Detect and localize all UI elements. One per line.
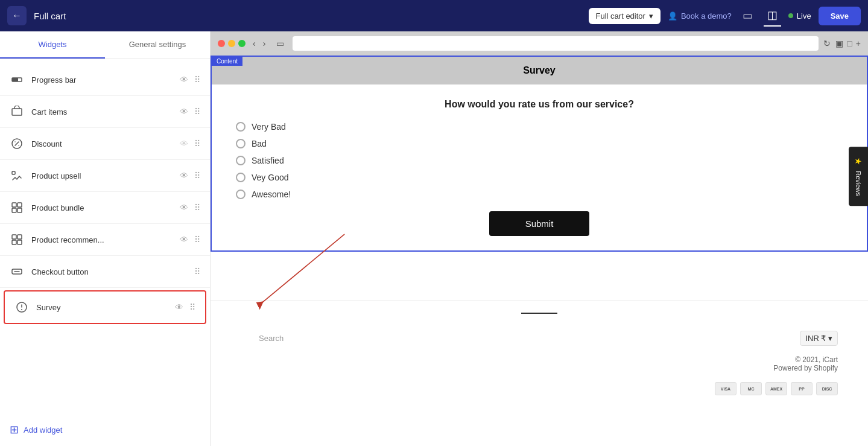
- page-footer: Search INR ₹ ▾ © 2021, iCart Powered by …: [211, 300, 868, 412]
- widget-item-cart-items[interactable]: Cart items 👁 ⠿: [0, 96, 210, 128]
- cart-items-icon: [10, 104, 24, 119]
- widget-item-survey[interactable]: Survey 👁 ⠿: [4, 290, 206, 324]
- svg-rect-4: [12, 171, 15, 174]
- drag-icon-product-bundle[interactable]: ⠿: [194, 203, 200, 212]
- visibility-icon-progress-bar[interactable]: 👁: [180, 75, 188, 84]
- radio-label-very-good: Vey Good: [252, 173, 289, 182]
- widget-label-progress-bar: Progress bar: [31, 75, 173, 84]
- payment-paypal: PP: [791, 382, 813, 395]
- survey-icon: [14, 300, 29, 314]
- sidebar: Widgets General settings Progress bar 👁 …: [0, 31, 211, 446]
- drag-icon-product-recommen[interactable]: ⠿: [194, 235, 200, 244]
- back-nav-button[interactable]: ‹: [250, 37, 258, 49]
- svg-rect-10: [17, 235, 22, 239]
- radio-circle-very-bad[interactable]: [236, 122, 246, 132]
- radio-label-very-bad: Very Bad: [252, 122, 286, 132]
- footer-currency[interactable]: INR ₹ ▾: [800, 331, 838, 346]
- widget-actions-discount: 👁 ⠿: [180, 139, 200, 148]
- reviews-sidebar-tab[interactable]: ★ Reviews: [849, 147, 868, 206]
- radio-circle-very-good[interactable]: [236, 173, 246, 182]
- product-bundle-icon: [10, 200, 24, 215]
- share-button[interactable]: □: [847, 39, 852, 48]
- content-area: ‹ › ▭ ↻ ▣ □ + Content Survey How would y…: [211, 31, 868, 446]
- traffic-lights: [218, 40, 246, 47]
- drag-icon-survey[interactable]: ⠿: [189, 302, 195, 312]
- checkout-button-icon: [10, 264, 24, 279]
- layout-toggle-button[interactable]: ▭: [273, 37, 288, 49]
- widget-item-progress-bar[interactable]: Progress bar 👁 ⠿: [0, 64, 210, 96]
- payment-mc: MC: [740, 382, 762, 395]
- url-bar[interactable]: [293, 36, 819, 51]
- discount-icon: [10, 136, 24, 151]
- visibility-icon-product-recommen[interactable]: 👁: [180, 235, 188, 244]
- radio-circle-satisfied[interactable]: [236, 156, 246, 165]
- visibility-hidden-icon-discount[interactable]: 👁: [180, 139, 188, 148]
- radio-circle-awesome[interactable]: [236, 190, 246, 199]
- radio-option-satisfied: Satisfied: [236, 156, 843, 165]
- widget-actions-product-bundle: 👁 ⠿: [180, 203, 200, 212]
- widget-item-product-recommen[interactable]: Product recommen... 👁 ⠿: [0, 224, 210, 256]
- svg-rect-11: [12, 240, 16, 244]
- live-status: Live: [788, 11, 811, 21]
- widget-item-checkout-button[interactable]: Checkout button ⠿: [0, 256, 210, 288]
- live-label: Live: [797, 11, 811, 21]
- svg-rect-8: [17, 208, 22, 212]
- widget-item-product-upsell[interactable]: Product upsell 👁 ⠿: [0, 160, 210, 192]
- product-upsell-icon: [10, 168, 24, 183]
- radio-option-very-good: Vey Good: [236, 173, 843, 182]
- widget-actions-survey: 👁 ⠿: [175, 302, 195, 312]
- desktop-view-button[interactable]: ◫: [764, 5, 781, 27]
- svg-rect-2: [12, 109, 22, 115]
- browser-chrome: ‹ › ▭ ↻ ▣ □ +: [211, 31, 868, 56]
- bookmark-button[interactable]: ▣: [835, 39, 843, 48]
- traffic-light-red[interactable]: [218, 40, 225, 47]
- top-bar: ← Full cart Full cart editor ▾ 👤 Book a …: [0, 0, 868, 31]
- add-widget-button[interactable]: ⊞ Add widget: [0, 413, 210, 446]
- radio-circle-bad[interactable]: [236, 139, 246, 148]
- browser-action-buttons: ▣ □ +: [835, 39, 861, 48]
- tab-widgets[interactable]: Widgets: [0, 31, 105, 59]
- user-icon: 👤: [668, 11, 677, 21]
- drag-icon-cart-items[interactable]: ⠿: [194, 107, 200, 116]
- survey-submit-button[interactable]: Submit: [489, 211, 590, 236]
- editor-dropdown[interactable]: Full cart editor ▾: [589, 8, 661, 24]
- traffic-light-yellow[interactable]: [228, 40, 235, 47]
- widget-label-checkout-button: Checkout button: [31, 267, 187, 276]
- payment-amex: AMEX: [765, 382, 787, 395]
- footer-copyright: © 2021, iCart: [773, 355, 838, 364]
- payment-icons-row: VISA MC AMEX PP DISC: [223, 377, 856, 400]
- drag-icon-progress-bar[interactable]: ⠿: [194, 75, 200, 84]
- visibility-icon-survey[interactable]: 👁: [175, 302, 183, 312]
- mobile-view-button[interactable]: ▭: [739, 5, 756, 26]
- progress-bar-icon: [10, 72, 24, 87]
- traffic-light-green[interactable]: [238, 40, 246, 47]
- add-tab-button[interactable]: +: [856, 39, 861, 48]
- back-button[interactable]: ←: [7, 6, 27, 25]
- footer-search-label[interactable]: Search: [241, 334, 284, 343]
- widget-item-discount[interactable]: Discount 👁 ⠿: [0, 128, 210, 160]
- drag-icon-discount[interactable]: ⠿: [194, 139, 200, 148]
- book-demo-link[interactable]: 👤 Book a demo?: [668, 11, 732, 21]
- nav-buttons: ‹ ›: [250, 37, 268, 49]
- book-demo-label: Book a demo?: [681, 11, 732, 21]
- visibility-icon-product-bundle[interactable]: 👁: [180, 203, 188, 212]
- visibility-icon-product-upsell[interactable]: 👁: [180, 171, 188, 180]
- save-button[interactable]: Save: [819, 7, 861, 25]
- visibility-icon-cart-items[interactable]: 👁: [180, 107, 188, 116]
- widget-label-survey: Survey: [36, 303, 168, 312]
- live-dot: [788, 13, 793, 18]
- page-title: Full cart: [34, 11, 66, 21]
- widget-label-cart-items: Cart items: [31, 107, 173, 116]
- widget-actions-product-recommen: 👁 ⠿: [180, 235, 200, 244]
- svg-point-15: [21, 309, 22, 310]
- radio-option-very-bad: Very Bad: [236, 122, 843, 132]
- footer-powered: Powered by Shopify: [773, 364, 838, 372]
- forward-nav-button[interactable]: ›: [261, 37, 268, 49]
- svg-rect-12: [17, 240, 22, 244]
- drag-icon-checkout-button[interactable]: ⠿: [194, 267, 200, 276]
- reload-button[interactable]: ↻: [823, 39, 831, 48]
- survey-widget: Content Survey How would you rate us fro…: [211, 56, 868, 252]
- drag-icon-product-upsell[interactable]: ⠿: [194, 171, 200, 180]
- widget-item-product-bundle[interactable]: Product bundle 👁 ⠿: [0, 192, 210, 224]
- tab-general-settings[interactable]: General settings: [105, 31, 210, 59]
